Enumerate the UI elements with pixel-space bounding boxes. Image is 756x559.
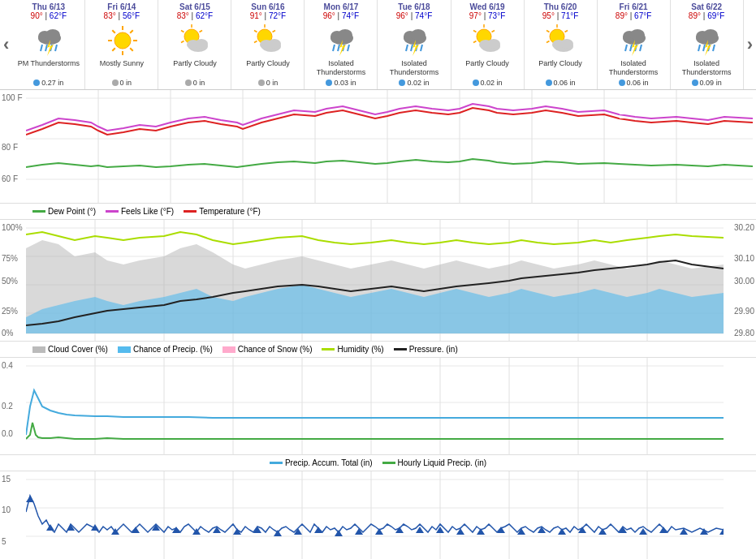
- feelslike-label: Feels Like (°F): [121, 207, 174, 216]
- cloudcover-icon: [32, 346, 45, 353]
- day-desc-7: Partly Cloudy: [525, 59, 596, 79]
- humidity-chart: 100% 75% 50% 25% 0% 30.20 30.10 30.00 29…: [0, 220, 756, 342]
- svg-point-89: [619, 80, 625, 86]
- svg-line-74: [546, 41, 549, 43]
- day-precip-4: 0.03 in: [305, 79, 376, 87]
- day-desc-2: Partly Cloudy: [159, 59, 230, 79]
- svg-line-3: [41, 45, 42, 51]
- svg-point-40: [258, 80, 265, 86]
- svg-line-60: [492, 31, 495, 32]
- pressure-label: Pressure. (in): [409, 345, 458, 354]
- legend-humidity: Humidity (%): [322, 345, 383, 354]
- humidity-label: Humidity (%): [337, 345, 383, 354]
- day-temps-0: 90° | 62°F: [13, 11, 84, 20]
- precip-chart: 0.4 0.2 0.0: [0, 358, 756, 455]
- humidity-icon: [322, 348, 335, 350]
- snowchance-icon: [222, 346, 235, 353]
- day-col-3: Sun 6/16 91° | 72°F Partly Cloudy 0 in: [231, 0, 305, 89]
- legend-temperature: Temperature (°F): [184, 207, 261, 216]
- svg-point-2: [45, 29, 60, 41]
- temperature-icon: [184, 210, 197, 213]
- hourlyprecip-label: Hourly Liquid Precip. (in): [398, 458, 487, 467]
- day-precip-1: 0 in: [86, 79, 157, 87]
- temp-legend: Dew Point (°) Feels Like (°F) Temperatur…: [0, 204, 756, 220]
- day-precip-9: 0.09 in: [672, 79, 742, 87]
- day-col-5: Tue 6/18 96° | 74°F Isolated Thunderstor…: [378, 0, 451, 89]
- svg-line-17: [130, 30, 133, 33]
- svg-line-85: [630, 45, 632, 51]
- svg-line-54: [411, 45, 413, 51]
- legend-cloudcover: Cloud Cover (%): [32, 345, 108, 354]
- snowchance-label: Chance of Snow (%): [238, 345, 313, 354]
- svg-line-13: [112, 48, 115, 51]
- day-temps-9: 89° | 69°F: [672, 11, 742, 20]
- svg-point-80: [546, 80, 552, 86]
- day-col-7: Thu 6/20 95° | 71°F Partly Cloudy 0.06 i…: [525, 0, 598, 89]
- svg-line-63: [473, 41, 476, 43]
- svg-line-45: [338, 45, 339, 51]
- temperature-chart: 100 F 80 F 60 F: [0, 90, 756, 204]
- day-precip-8: 0.06 in: [598, 79, 669, 87]
- svg-point-43: [338, 29, 352, 41]
- svg-line-20: [199, 31, 201, 32]
- day-icon-6: [469, 22, 505, 58]
- day-col-4: Mon 6/17 96° | 74°F Isolated Thunderstor…: [305, 0, 378, 89]
- temp-y-top: 100 F: [2, 93, 23, 102]
- legend-dewpoint: Dew Point (°): [32, 207, 96, 216]
- day-col-0: Thu 6/13 90° | 62°F PM Thunderstorms 0.2…: [12, 0, 85, 89]
- nav-right[interactable]: ›: [744, 0, 756, 89]
- svg-line-31: [272, 31, 274, 32]
- day-precip-3: 0 in: [232, 79, 303, 87]
- weather-container: ‹ Thu 6/13 90° | 62°F PM Thunderstorms 0…: [0, 0, 756, 559]
- preciptotal-icon: [270, 462, 283, 464]
- svg-marker-167: [335, 530, 343, 536]
- day-col-8: Fri 6/21 89° | 67°F Isolated Thunderstor…: [598, 0, 671, 89]
- legend-precip-chance: Chance of Precip. (%): [118, 345, 213, 354]
- preciptotal-label: Precip. Accum. Total (in): [285, 458, 373, 467]
- precip-legend: Precip. Accum. Total (in) Hourly Liquid …: [0, 455, 756, 471]
- svg-point-28: [195, 39, 208, 49]
- svg-marker-183: [659, 527, 667, 533]
- svg-line-53: [406, 45, 408, 51]
- svg-line-4: [45, 45, 47, 51]
- svg-line-71: [565, 31, 568, 32]
- day-icon-9: [689, 22, 724, 58]
- svg-marker-153: [46, 524, 54, 531]
- svg-point-29: [185, 80, 192, 86]
- day-precip-0: 0.27 in: [13, 79, 84, 87]
- day-name-9: Sat 6/22: [672, 2, 742, 11]
- day-icon-5: [396, 22, 432, 58]
- day-desc-9: Isolated Thunderstorms: [672, 59, 742, 79]
- svg-point-58: [399, 80, 405, 86]
- day-icon-1: [104, 22, 140, 58]
- day-temps-3: 91° | 72°F: [232, 11, 303, 20]
- day-precip-6: 0.02 in: [452, 79, 523, 87]
- nav-left[interactable]: ‹: [0, 0, 12, 89]
- svg-point-39: [268, 39, 281, 49]
- days-row: Thu 6/13 90° | 62°F PM Thunderstorms 0.2…: [12, 0, 743, 89]
- cloudcover-label: Cloud Cover (%): [48, 345, 108, 354]
- svg-marker-157: [132, 527, 140, 533]
- day-name-0: Thu 6/13: [13, 2, 84, 11]
- legend-precip-total: Precip. Accum. Total (in): [270, 458, 373, 467]
- temperature-label: Temperature (°F): [199, 207, 261, 216]
- svg-line-56: [421, 45, 422, 51]
- wind-chart: 15 10 5 0: [0, 471, 756, 559]
- day-temps-7: 95° | 71°F: [525, 11, 596, 20]
- svg-line-94: [703, 45, 705, 51]
- temp-svg: [26, 90, 753, 204]
- temp-y-bot: 60 F: [2, 174, 18, 183]
- svg-point-79: [560, 39, 573, 49]
- day-desc-3: Partly Cloudy: [232, 59, 303, 79]
- svg-point-18: [112, 80, 119, 86]
- wind-svg: [26, 471, 724, 559]
- legend-feelslike: Feels Like (°F): [106, 207, 174, 216]
- day-temps-6: 97° | 73°F: [452, 11, 523, 20]
- day-icon-7: [542, 22, 578, 58]
- hourlyprecip-icon: [382, 462, 395, 464]
- pressure-icon: [394, 348, 407, 350]
- svg-line-87: [640, 45, 642, 51]
- day-name-6: Wed 6/19: [452, 2, 523, 11]
- svg-line-75: [546, 31, 549, 32]
- svg-point-9: [114, 32, 131, 49]
